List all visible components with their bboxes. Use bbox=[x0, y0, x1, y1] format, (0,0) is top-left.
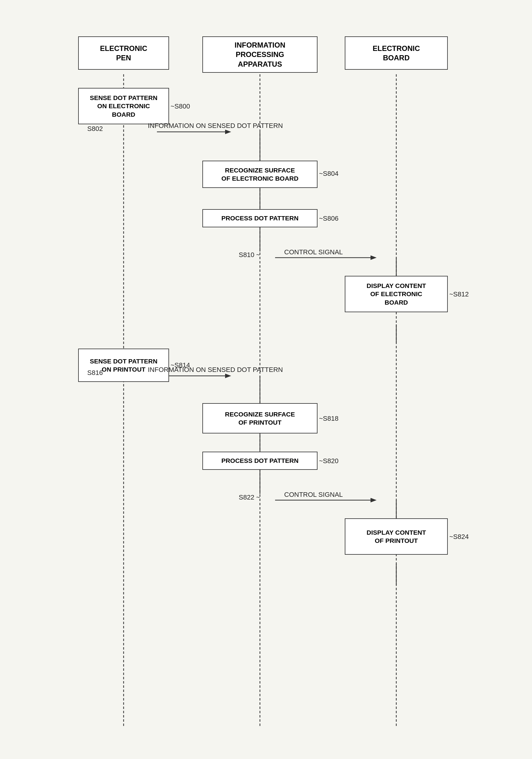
diagram-container: ELECTRONIC PEN INFORMATION PROCESSING AP… bbox=[54, 18, 478, 739]
box-eb-header: ELECTRONIC BOARD bbox=[345, 36, 448, 70]
label-s812: ~S812 bbox=[449, 290, 469, 298]
label-ctrl1: CONTROL SIGNAL bbox=[284, 248, 343, 257]
label-s824: ~S824 bbox=[449, 533, 469, 541]
label-s818: ~S818 bbox=[319, 415, 338, 422]
box-s800: SENSE DOT PATTERN ON ELECTRONIC BOARD bbox=[78, 88, 169, 124]
label-s802: S802 bbox=[87, 125, 103, 133]
box-ipa-header: INFORMATION PROCESSING APPARATUS bbox=[202, 36, 318, 73]
box-ep-header: ELECTRONIC PEN bbox=[78, 36, 169, 70]
label-s804: ~S804 bbox=[319, 170, 338, 178]
box-s818: RECOGNIZE SURFACE OF PRINTOUT bbox=[202, 403, 318, 433]
label-info1: INFORMATION ON SENSED DOT PATTERN bbox=[148, 121, 283, 130]
box-s812: DISPLAY CONTENT OF ELECTRONIC BOARD bbox=[345, 276, 448, 312]
label-info2: INFORMATION ON SENSED DOT PATTERN bbox=[148, 365, 283, 374]
box-s804: RECOGNIZE SURFACE OF ELECTRONIC BOARD bbox=[202, 161, 318, 188]
label-ctrl2: CONTROL SIGNAL bbox=[284, 491, 343, 499]
label-s800: ~S800 bbox=[171, 102, 190, 110]
box-s806: PROCESS DOT PATTERN bbox=[202, 209, 318, 227]
label-s806: ~S806 bbox=[319, 215, 338, 222]
label-s810: S810 ~ bbox=[239, 251, 260, 259]
box-s820: PROCESS DOT PATTERN bbox=[202, 452, 318, 470]
box-s824: DISPLAY CONTENT OF PRINTOUT bbox=[345, 518, 448, 555]
label-s822: S822 ~ bbox=[239, 494, 260, 501]
label-s820: ~S820 bbox=[319, 457, 338, 465]
label-s816: S816 bbox=[87, 369, 103, 377]
